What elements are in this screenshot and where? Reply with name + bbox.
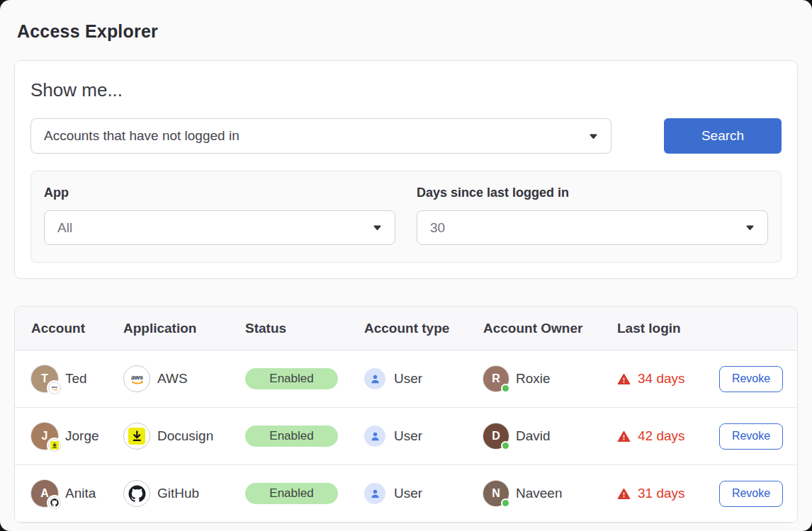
query-heading: Show me... (30, 79, 782, 101)
last-login-cell: 42 days (617, 428, 706, 444)
user-icon (364, 368, 385, 389)
application-cell: GitHub (123, 480, 245, 507)
application-name: Docusign (157, 428, 213, 444)
account-owner-cell: N Naveen (483, 481, 617, 506)
user-icon (364, 426, 385, 447)
account-name: Ted (65, 371, 87, 387)
filter-days-select[interactable]: 30 (417, 210, 768, 245)
chevron-down-icon (744, 222, 756, 234)
aws-icon: aws (48, 382, 61, 394)
query-select-value: Accounts that have not logged in (44, 128, 580, 144)
account-type-label: User (394, 371, 422, 387)
account-avatar-initial: J (42, 430, 48, 442)
account-type-cell: User (364, 426, 483, 447)
chevron-down-icon (371, 222, 383, 234)
account-avatar: T aws (31, 365, 58, 392)
column-header-account: Account (31, 321, 123, 336)
owner-avatar: N (483, 481, 509, 506)
last-login-cell: 31 days (617, 486, 706, 501)
online-status-dot (501, 384, 510, 393)
owner-avatar-initial: N (492, 487, 500, 500)
filter-app-value: All (57, 220, 364, 236)
chevron-down-icon (587, 130, 599, 142)
warning-icon (617, 487, 631, 501)
account-cell: T aws Ted (31, 365, 123, 392)
user-icon (364, 483, 385, 504)
aws-icon: aws (123, 365, 150, 392)
accounts-table: Account Application Status Account type … (14, 306, 798, 523)
search-button[interactable]: Search (664, 118, 782, 154)
filter-app-label: App (44, 185, 395, 200)
svg-text:aws: aws (130, 373, 142, 380)
github-icon (123, 480, 150, 507)
last-login-value: 31 days (638, 486, 685, 501)
column-header-account-type: Account type (364, 321, 483, 336)
last-login-cell: 34 days (617, 371, 706, 387)
filter-app: App All (44, 185, 395, 245)
access-explorer-screen: Access Explorer Show me... Accounts that… (0, 0, 812, 531)
status-badge: Enabled (245, 426, 338, 447)
account-avatar: J (31, 423, 58, 450)
table-body: T aws Ted aws AWS Enabled User R Roxie (15, 350, 797, 523)
owner-name: Roxie (516, 371, 551, 387)
column-header-status: Status (245, 321, 364, 336)
filter-panel: App All Days since last logged in 30 (30, 171, 782, 263)
owner-name: Naveen (516, 486, 563, 501)
status-cell: Enabled (245, 483, 364, 504)
last-login-value: 34 days (638, 371, 685, 387)
github-icon (48, 496, 61, 509)
account-type-label: User (394, 428, 422, 444)
page-title: Access Explorer (17, 21, 795, 42)
account-avatar: A (31, 480, 58, 507)
status-cell: Enabled (245, 426, 364, 447)
column-header-application: Application (123, 321, 245, 336)
table-row: T aws Ted aws AWS Enabled User R Roxie (15, 350, 797, 408)
owner-avatar-initial: R (492, 372, 500, 385)
owner-avatar: D (483, 423, 509, 449)
account-avatar-initial: T (41, 372, 48, 385)
account-type-cell: User (364, 368, 483, 389)
warning-icon (617, 372, 631, 386)
revoke-button[interactable]: Revoke (719, 366, 783, 392)
account-owner-cell: D David (483, 423, 617, 449)
docusign-icon (48, 439, 61, 452)
filter-app-select[interactable]: All (44, 210, 395, 245)
query-panel: Show me... Accounts that have not logged… (14, 60, 798, 279)
online-status-dot (501, 441, 510, 450)
application-cell: aws AWS (123, 365, 245, 392)
owner-avatar-initial: D (492, 430, 500, 442)
filter-days-label: Days since last logged in (417, 185, 768, 200)
warning-icon (617, 430, 631, 443)
action-cell: Revoke (706, 423, 783, 450)
account-name: Anita (65, 486, 96, 501)
owner-avatar: R (483, 366, 509, 392)
status-badge: Enabled (245, 368, 338, 389)
account-type-label: User (394, 486, 422, 501)
last-login-value: 42 days (638, 428, 685, 444)
docusign-icon (123, 423, 150, 450)
svg-text:aws: aws (52, 385, 58, 389)
action-cell: Revoke (706, 481, 783, 507)
account-cell: A Anita (31, 480, 123, 507)
application-name: GitHub (157, 486, 199, 501)
application-name: AWS (157, 371, 188, 387)
online-status-dot (501, 498, 510, 508)
table-header-row: Account Application Status Account type … (15, 307, 797, 350)
account-avatar-initial: A (40, 487, 49, 500)
action-cell: Revoke (706, 366, 783, 392)
account-cell: J Jorge (31, 423, 123, 450)
filter-days: Days since last logged in 30 (417, 185, 768, 245)
application-cell: Docusign (123, 423, 245, 450)
account-owner-cell: R Roxie (483, 366, 617, 392)
query-row: Accounts that have not logged in Search (30, 118, 782, 154)
query-select[interactable]: Accounts that have not logged in (30, 118, 611, 154)
owner-name: David (516, 428, 551, 444)
revoke-button[interactable]: Revoke (719, 423, 783, 450)
revoke-button[interactable]: Revoke (719, 481, 783, 507)
account-name: Jorge (65, 428, 99, 444)
status-badge: Enabled (245, 483, 338, 504)
filter-days-value: 30 (430, 220, 737, 236)
table-row: J Jorge Docusign Enabled User D David (15, 408, 797, 465)
column-header-last-login: Last login (617, 321, 706, 336)
table-row: A Anita GitHub Enabled User N Naveen (15, 465, 797, 523)
